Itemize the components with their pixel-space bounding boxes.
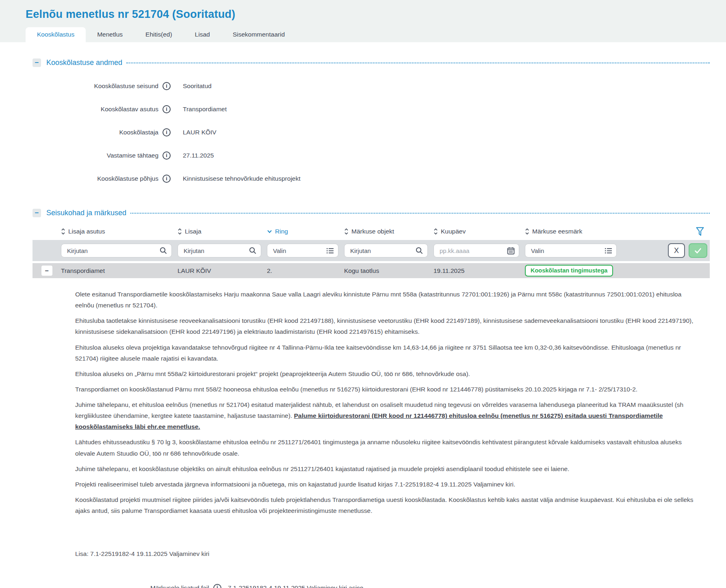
column-markuse-objekt[interactable]: Märkuse objekt <box>344 228 433 235</box>
row-detail-text: Olete esitanud Transpordiametile kooskõl… <box>33 278 710 588</box>
filter-kuupaev-date[interactable] <box>433 244 519 257</box>
filter-funnel-icon[interactable] <box>696 227 704 236</box>
collapse-minus-icon[interactable]: − <box>33 58 41 67</box>
detail-paragraph: Ehitusloa aluseks oleva projektiga kavan… <box>75 342 698 364</box>
calendar-icon <box>507 247 515 255</box>
filter-row: X <box>33 240 710 261</box>
detail-paragraph: Lähtudes ehitusseadustiku § 70 lg 3, koo… <box>75 437 698 458</box>
detail-paragraph: Olete esitanud Transpordiametile kooskõl… <box>75 289 698 311</box>
field-label: Kooskõlastuse seisund <box>33 82 158 90</box>
field-value: Kinnistusisese tehnovõrkude ehitusprojek… <box>183 175 301 182</box>
sort-both-icon <box>344 228 349 235</box>
detail-paragraph: Ehitusloa aluseks on „Pärnu mnt 558a/2 k… <box>75 368 698 379</box>
page-title: Eelnõu menetlus nr 521704 (Sooritatud) <box>26 8 726 21</box>
sort-both-icon <box>178 228 182 235</box>
detail-paragraph: Juhime tähelepanu, et kooskõlastuse obje… <box>75 463 698 474</box>
tab-kooskolastus[interactable]: Kooskõlastus <box>26 27 86 42</box>
tab-bar: Kooskõlastus Menetlus Ehitis(ed) Lisad S… <box>26 27 726 42</box>
sort-both-icon <box>433 228 438 235</box>
sort-both-icon <box>525 228 529 235</box>
attached-file-row: Märkusele lisatud fail i 7.1-22519182-4 … <box>150 582 698 588</box>
field-row: Kooskõlastav asutus i Transpordiamet <box>33 97 710 121</box>
list-icon <box>326 247 334 254</box>
filter-kuupaev-input[interactable] <box>439 247 507 255</box>
info-icon[interactable]: i <box>213 584 221 588</box>
filter-eesmark-select[interactable] <box>525 244 617 257</box>
field-value: Transpordiamet <box>183 106 227 113</box>
cell-ring: 2. <box>267 267 344 275</box>
search-icon <box>416 247 423 255</box>
cell-lisaja-asutus: Transpordiamet <box>61 267 178 275</box>
section-title: Kooskõlastuse andmed <box>46 58 122 67</box>
andmed-fields: Kooskõlastuse seisund i Sooritatud Koosk… <box>33 74 710 190</box>
tab-sisekommentaarid[interactable]: Sisekommentaarid <box>221 27 296 42</box>
apply-filters-button[interactable] <box>689 243 707 258</box>
detail-paragraph: Transpordiamet on kooskõlastanud Pärnu m… <box>75 384 698 395</box>
info-icon[interactable]: i <box>163 151 171 160</box>
detail-paragraph: Ehitusluba taotletakse kinnistusisese re… <box>75 315 698 337</box>
tab-menetlus[interactable]: Menetlus <box>86 27 134 42</box>
detail-paragraph: Kooskõlastatud projekti muutmisel riigit… <box>75 494 698 516</box>
tab-lisad[interactable]: Lisad <box>184 27 221 42</box>
filter-lisaja-asutus[interactable] <box>61 244 172 257</box>
column-label: Märkuse objekt <box>351 228 394 235</box>
column-ring-sorted[interactable]: Ring <box>267 228 344 235</box>
info-icon[interactable]: i <box>163 82 171 90</box>
dotted-divider <box>126 63 710 63</box>
list-icon <box>605 247 612 254</box>
filter-markuse-objekt-input[interactable] <box>349 247 416 255</box>
filter-ring-select[interactable] <box>267 244 338 257</box>
tab-ehitised[interactable]: Ehitis(ed) <box>134 27 183 42</box>
filter-eesmark-input[interactable] <box>530 247 605 255</box>
collapse-minus-icon[interactable]: − <box>33 209 41 217</box>
sort-both-icon <box>61 228 65 235</box>
field-label: Kooskõlastaja <box>33 129 158 136</box>
filter-lisaja-asutus-input[interactable] <box>66 247 160 255</box>
column-lisaja[interactable]: Lisaja <box>178 228 267 235</box>
page-header: Eelnõu menetlus nr 521704 (Sooritatud) <box>0 0 726 21</box>
column-label: Ring <box>275 228 288 235</box>
filter-lisaja[interactable] <box>178 244 261 257</box>
section-seisukohad: − Seisukohad ja märkused <box>33 209 710 217</box>
field-row: Kooskõlastuse põhjus i Kinnistusisese te… <box>33 167 710 190</box>
column-label: Lisaja <box>185 228 202 235</box>
cell-kuupaev: 19.11.2025 <box>433 267 525 275</box>
cell-markuse-objekt: Kogu taotlus <box>344 267 433 275</box>
search-icon <box>249 247 257 255</box>
table-row[interactable]: − Transpordiamet LAUR KÕIV 2. Kogu taotl… <box>33 263 710 278</box>
collapse-row-button[interactable]: − <box>41 266 52 276</box>
cell-lisaja: LAUR KÕIV <box>178 267 267 275</box>
field-value: 27.11.2025 <box>183 152 214 159</box>
attached-file-link[interactable]: 7.1-22519182-4 19.11.2025 Valjaminev kir… <box>228 582 364 588</box>
check-icon <box>694 248 702 254</box>
info-icon[interactable]: i <box>163 105 171 113</box>
info-icon[interactable]: i <box>163 128 171 136</box>
search-icon <box>160 247 167 255</box>
section-kooskolastuse-andmed: − Kooskõlastuse andmed <box>33 58 710 67</box>
info-icon[interactable]: i <box>163 175 171 183</box>
field-value: Sooritatud <box>183 82 212 90</box>
field-value: LAUR KÕIV <box>183 129 217 136</box>
detail-paragraph: Projekti realiseerimisel tuleb arvestada… <box>75 479 698 490</box>
filter-markuse-objekt[interactable] <box>344 244 428 257</box>
column-markuse-eesmark[interactable]: Märkuse eesmärk <box>525 228 622 235</box>
field-label: Vastamise tähtaeg <box>33 152 158 159</box>
field-row: Vastamise tähtaeg i 27.11.2025 <box>33 144 710 167</box>
filter-ring-input[interactable] <box>272 247 326 255</box>
section-title: Seisukohad ja märkused <box>46 209 126 217</box>
column-label: Lisaja asutus <box>68 228 105 235</box>
table-header-row: Lisaja asutus Lisaja Ring Märkuse objekt… <box>33 223 710 240</box>
column-kuupaev[interactable]: Kuupäev <box>433 228 525 235</box>
status-badge: Kooskõlastan tingimustega <box>525 265 613 277</box>
field-row: Kooskõlastaja i LAUR KÕIV <box>33 121 710 144</box>
field-row: Kooskõlastuse seisund i Sooritatud <box>33 74 710 97</box>
dotted-divider <box>130 213 710 214</box>
field-label: Kooskõlastuse põhjus <box>33 175 158 182</box>
column-lisaja-asutus[interactable]: Lisaja asutus <box>61 228 178 235</box>
attached-file-label: Märkusele lisatud fail <box>150 582 209 588</box>
column-label: Kuupäev <box>441 228 466 235</box>
clear-filters-button[interactable]: X <box>668 243 685 258</box>
detail-paragraph-mixed: Juhime tähelepanu, et ehitusloa eelnõus … <box>75 399 698 432</box>
filter-lisaja-input[interactable] <box>183 247 249 255</box>
column-label: Märkuse eesmärk <box>532 228 582 235</box>
